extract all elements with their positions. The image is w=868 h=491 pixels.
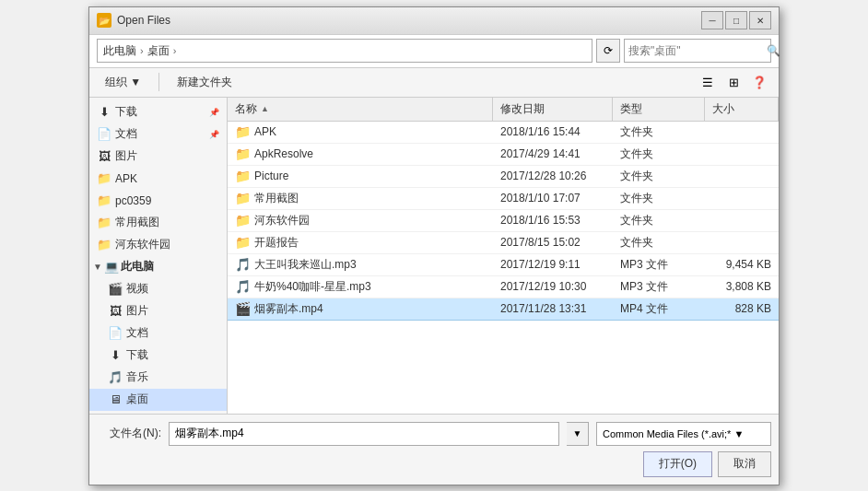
toolbar: 组织 ▼ 新建文件夹 ☰ ⊞ ❓ xyxy=(89,68,779,98)
file-size xyxy=(705,188,779,209)
close-button[interactable]: ✕ xyxy=(749,11,771,29)
column-size[interactable]: 大小 xyxy=(705,98,779,121)
column-type[interactable]: 类型 xyxy=(613,98,705,121)
mp4-icon: 🎬 xyxy=(235,301,251,316)
table-row[interactable]: 📁Picture 2017/12/28 10:26 文件夹 xyxy=(228,166,779,188)
filename-dropdown[interactable]: ▼ xyxy=(567,422,589,446)
folder-icon: 📁 xyxy=(97,238,111,252)
sidebar-item-pictures2[interactable]: 🖼 图片 xyxy=(89,300,227,322)
new-folder-button[interactable]: 新建文件夹 xyxy=(169,71,240,93)
table-row[interactable]: 📁常用截图 2018/1/10 17:07 文件夹 xyxy=(228,188,779,210)
file-type: 文件夹 xyxy=(613,144,705,165)
sidebar-item-hedong[interactable]: 📁 河东软件园 xyxy=(89,234,227,256)
sidebar-item-docs[interactable]: 📄 文档 📌 xyxy=(89,123,227,146)
sidebar-label: 图片 xyxy=(126,303,148,319)
minimize-button[interactable]: ─ xyxy=(701,11,723,29)
sidebar-label: 文档 xyxy=(115,126,137,142)
table-row[interactable]: 🎵大王叫我来巡山.mp3 2017/12/19 9:11 MP3 文件 9,45… xyxy=(228,254,779,276)
sidebar-label: 下载 xyxy=(115,104,137,120)
mp3-icon: 🎵 xyxy=(235,257,251,272)
sidebar-group-label: 此电脑 xyxy=(121,259,154,275)
filename-row: 文件名(N): ▼ Common Media Files (*.avi;* ▼ xyxy=(97,422,771,446)
sidebar-label: pc0359 xyxy=(115,194,151,207)
sidebar-item-pc0359[interactable]: 📁 pc0359 xyxy=(89,190,227,212)
folder-icon: 📁 xyxy=(235,213,251,228)
main-panel: 名称 ▲ 修改日期 类型 大小 📁APK 2018/1/16 15:44 文件夹… xyxy=(228,98,779,414)
file-type: 文件夹 xyxy=(613,188,705,209)
filename-label: 文件名(N): xyxy=(97,426,161,441)
docs-icon: 📄 xyxy=(97,127,111,142)
breadcrumb-desktop[interactable]: 桌面 xyxy=(147,43,170,59)
file-rows-container: 📁APK 2018/1/16 15:44 文件夹 📁ApkResolve 201… xyxy=(228,122,779,321)
file-size: 9,454 KB xyxy=(705,254,779,275)
breadcrumb[interactable]: 此电脑 › 桌面 › xyxy=(97,39,592,63)
window-controls: ─ □ ✕ xyxy=(701,11,771,29)
sidebar: ⬇ 下载 📌 📄 文档 📌 🖼 图片 📁 APK 📁 pc0359 xyxy=(89,98,228,414)
table-row[interactable]: 📁河东软件园 2018/1/16 15:53 文件夹 xyxy=(228,210,779,232)
open-button[interactable]: 打开(O) xyxy=(643,451,712,477)
folder-icon: 📁 xyxy=(235,124,251,139)
help-button[interactable]: ❓ xyxy=(747,71,771,93)
table-row[interactable]: 📁ApkResolve 2017/4/29 14:41 文件夹 xyxy=(228,144,779,166)
file-size xyxy=(705,210,779,231)
file-type: MP3 文件 xyxy=(613,276,705,298)
search-area[interactable]: 🔍 xyxy=(624,39,771,63)
desktop-icon: 🖥 xyxy=(108,392,123,407)
file-type: 文件夹 xyxy=(613,232,705,253)
file-modified: 2017/8/15 15:02 xyxy=(493,232,613,253)
refresh-button[interactable]: ⟳ xyxy=(596,39,620,63)
sidebar-item-download[interactable]: ⬇ 下载 📌 xyxy=(89,101,227,123)
sidebar-item-music[interactable]: 🎵 音乐 xyxy=(89,367,227,389)
folder-icon: 📁 xyxy=(235,235,251,250)
view-details-button[interactable]: ☰ xyxy=(696,71,720,93)
table-row[interactable]: 🎵牛奶%40咖啡-星星.mp3 2017/12/19 10:30 MP3 文件 … xyxy=(228,276,779,298)
sidebar-item-download2[interactable]: ⬇ 下载 xyxy=(89,345,227,367)
pc-icon: 💻 xyxy=(104,260,119,275)
cancel-button[interactable]: 取消 xyxy=(718,451,771,477)
breadcrumb-thispc[interactable]: 此电脑 xyxy=(103,43,136,59)
download-icon: ⬇ xyxy=(97,105,111,120)
sidebar-item-video[interactable]: 🎬 视频 xyxy=(89,278,227,300)
download-icon: ⬇ xyxy=(108,348,123,363)
file-name: 📁APK xyxy=(228,122,493,143)
video-icon: 🎬 xyxy=(108,282,123,297)
file-size xyxy=(705,166,779,187)
file-name: 📁Picture xyxy=(228,166,493,187)
folder-icon: 📁 xyxy=(235,146,251,161)
filetype-select[interactable]: Common Media Files (*.avi;* ▼ xyxy=(596,422,771,446)
maximize-button[interactable]: □ xyxy=(725,11,747,29)
open-files-dialog: 📂 Open Files ─ □ ✕ 此电脑 › 桌面 › ⟳ 🔍 组织 ▼ 新… xyxy=(88,6,780,485)
table-row[interactable]: 📁开题报告 2017/8/15 15:02 文件夹 xyxy=(228,232,779,254)
pictures-icon: 🖼 xyxy=(108,304,123,319)
sidebar-label: 河东软件园 xyxy=(115,237,170,252)
file-type: MP4 文件 xyxy=(613,298,705,320)
view-tiles-button[interactable]: ⊞ xyxy=(721,71,745,93)
sidebar-item-docs2[interactable]: 📄 文档 xyxy=(89,322,227,345)
file-name: 🎬烟雾副本.mp4 xyxy=(228,298,493,320)
bottom-bar: 文件名(N): ▼ Common Media Files (*.avi;* ▼ … xyxy=(89,414,779,485)
file-modified: 2018/1/10 17:07 xyxy=(493,188,613,209)
filename-input[interactable] xyxy=(169,422,559,446)
file-name: 📁ApkResolve xyxy=(228,144,493,165)
title-bar: 📂 Open Files ─ □ ✕ xyxy=(89,7,779,35)
column-name[interactable]: 名称 ▲ xyxy=(228,98,493,121)
column-modified[interactable]: 修改日期 xyxy=(493,98,613,121)
view-buttons: ☰ ⊞ ❓ xyxy=(696,71,771,93)
table-header: 名称 ▲ 修改日期 类型 大小 xyxy=(228,98,779,122)
sidebar-item-desktop[interactable]: 🖥 桌面 xyxy=(89,389,227,411)
sidebar-label: 图片 xyxy=(115,148,137,164)
file-type: MP3 文件 xyxy=(613,254,705,275)
sidebar-group-thispc[interactable]: ▼ 💻 此电脑 xyxy=(89,256,227,278)
sidebar-item-apk[interactable]: 📁 APK xyxy=(89,168,227,190)
sidebar-item-screenshots[interactable]: 📁 常用截图 xyxy=(89,212,227,234)
filetype-label: Common Media Files (*.avi;* ▼ xyxy=(603,428,744,439)
file-modified: 2018/1/16 15:53 xyxy=(493,210,613,231)
table-row[interactable]: 🎬烟雾副本.mp4 2017/11/28 13:31 MP4 文件 828 KB xyxy=(228,298,779,321)
file-modified: 2017/12/19 10:30 xyxy=(493,276,613,298)
file-modified: 2017/12/19 9:11 xyxy=(493,254,613,275)
table-row[interactable]: 📁APK 2018/1/16 15:44 文件夹 xyxy=(228,122,779,144)
organize-button[interactable]: 组织 ▼ xyxy=(97,71,149,93)
search-input[interactable] xyxy=(628,44,767,57)
window-icon: 📂 xyxy=(97,13,111,28)
sidebar-item-pictures[interactable]: 🖼 图片 xyxy=(89,146,227,168)
